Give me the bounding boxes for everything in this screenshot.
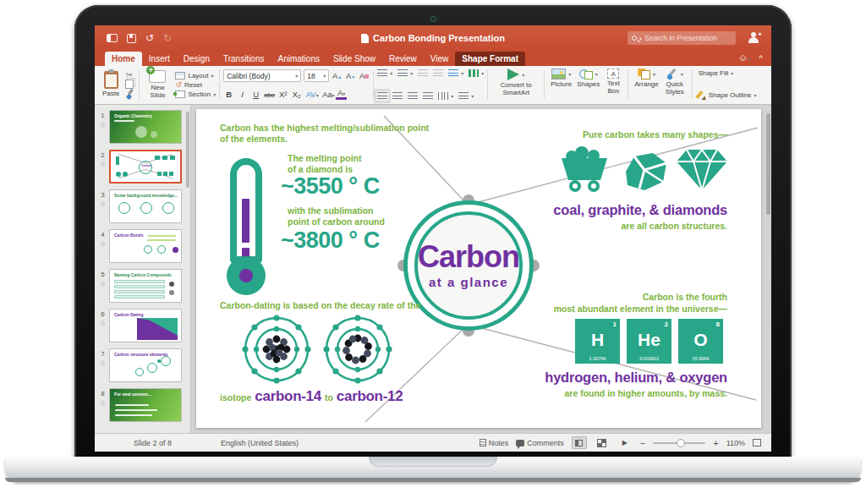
shapes-button[interactable]: ▾ Shapes	[574, 68, 602, 101]
change-case-button[interactable]: Aa▾	[322, 90, 333, 99]
tab-view[interactable]: View	[424, 52, 456, 66]
zoom-out-button[interactable]: −	[640, 438, 645, 448]
zoom-level[interactable]: 110%	[726, 439, 745, 447]
thumbnail-slide-5[interactable]: 5☆ Naming Carbon Compounds	[96, 269, 187, 303]
new-slide-button[interactable]: New Slide	[143, 69, 172, 101]
paste-button[interactable]: Paste	[100, 70, 122, 99]
thumbnail-slide-8[interactable]: 8☆ For next session...	[96, 388, 187, 422]
thumb-title: For next session...	[114, 392, 151, 397]
align-right-button[interactable]	[408, 92, 418, 100]
thumbnail-slide-6[interactable]: 6☆ Carbon Dating	[96, 309, 187, 342]
share-button[interactable]: +	[748, 32, 759, 43]
font-name-select[interactable]: Calibri (Body)▾	[223, 69, 301, 82]
tab-insert[interactable]: Insert	[142, 52, 177, 66]
slides-group: New Slide Layout▾ ↺Reset Section▾	[143, 68, 216, 101]
paragraph-group: ▾ ▾ ▾ ▾ ▾ ▾	[377, 68, 484, 101]
search-input[interactable]: ▾ Search in Presentation	[628, 31, 736, 45]
isotope-carbon-12: carbon-12	[337, 388, 403, 405]
zoom-slider[interactable]	[653, 442, 705, 444]
decrease-indent-button[interactable]	[418, 69, 428, 77]
thumbnail-slide-3[interactable]: 3☆ Some background knowledge...	[96, 189, 187, 223]
text-direction-button[interactable]: ▾	[438, 92, 453, 100]
element-symbol: O	[678, 330, 723, 350]
feedback-smiley-icon[interactable]: ☺▾	[738, 52, 750, 63]
collapse-ribbon-icon[interactable]: ^	[759, 54, 763, 62]
tab-review[interactable]: Review	[382, 52, 424, 66]
align-left-button[interactable]	[377, 92, 387, 100]
tab-transitions[interactable]: Transitions	[216, 52, 271, 66]
thumbnail-slide-7[interactable]: 7☆ Carbon structure elements	[96, 348, 187, 382]
element-symbol: H	[575, 330, 620, 350]
tab-animations[interactable]: Animations	[271, 52, 326, 66]
superscript-button[interactable]: X²	[277, 90, 288, 99]
shape-fill-button[interactable]: Shape Fill▾	[696, 69, 757, 77]
underline-button[interactable]: U	[250, 90, 261, 99]
element-tile-hydrogen: 1 H 1.00794	[575, 319, 620, 364]
clipboard-group: Paste ✂	[100, 68, 135, 101]
tab-shape-format[interactable]: Shape Format	[455, 52, 525, 66]
normal-view-icon	[575, 440, 583, 446]
clear-formatting-button[interactable]: A	[359, 71, 370, 80]
picture-button[interactable]: ▾ Picture	[548, 68, 574, 101]
text-box-button[interactable]: A Text Box	[602, 68, 624, 101]
bullets-button[interactable]: ▾	[377, 69, 392, 77]
zoom-slider-knob[interactable]	[677, 439, 685, 447]
slide-editor[interactable]: Carbon at a glance Carbon has the highes…	[196, 109, 761, 428]
character-spacing-button[interactable]: AV▾	[304, 90, 320, 99]
columns-button[interactable]: ▾	[469, 69, 484, 77]
cut-icon[interactable]: ✂	[125, 71, 135, 79]
align-text-button[interactable]: ▾	[458, 92, 474, 100]
layout-button[interactable]: Layout▾	[175, 72, 216, 79]
thumb-title: Carbon	[141, 164, 151, 167]
shape-outline-button[interactable]: Shape Outline▾	[696, 90, 757, 100]
shrink-font-button[interactable]: A▼	[345, 71, 356, 80]
grow-font-button[interactable]: A▲	[332, 71, 343, 80]
smartart-icon	[507, 68, 519, 80]
notes-button[interactable]: Notes	[480, 439, 509, 447]
atomic-mass: 4.002602	[627, 356, 671, 361]
fit-to-window-icon[interactable]	[753, 439, 761, 446]
line-spacing-button[interactable]: ▾	[448, 69, 463, 77]
format-painter-icon[interactable]	[125, 89, 135, 99]
animation-star-icon: ☆	[100, 320, 106, 327]
subscript-button[interactable]: X₂	[291, 90, 302, 99]
reset-button[interactable]: ↺Reset	[175, 81, 216, 89]
strikethrough-button[interactable]: abc	[264, 90, 275, 99]
thumbnail-slide-4[interactable]: 4☆ Carbon Bonds	[96, 229, 187, 263]
tab-slide-show[interactable]: Slide Show	[326, 52, 382, 66]
copy-icon[interactable]	[125, 79, 134, 89]
zoom-in-button[interactable]: +	[713, 438, 718, 448]
slideshow-view-button[interactable]: ▶	[617, 436, 633, 449]
element-tile-helium: 2 He 4.002602	[627, 319, 671, 364]
comments-button[interactable]: Comments	[516, 439, 564, 447]
canvas-scrollbar[interactable]	[766, 113, 770, 215]
arrange-button[interactable]: ▾ Arrange	[632, 68, 660, 101]
thumb-title: Some background knowledge...	[114, 193, 178, 198]
slide-title: Carbon	[418, 242, 519, 272]
thumbnail-slide-1[interactable]: 1☆ Organic Chemistry	[96, 110, 187, 144]
section-button[interactable]: Section▾	[175, 90, 216, 98]
numbering-button[interactable]: ▾	[397, 69, 413, 77]
normal-view-button[interactable]	[572, 436, 587, 449]
slide-number: 7	[101, 350, 104, 358]
quick-styles-button[interactable]: ▾ Quick Styles	[661, 68, 688, 101]
search-placeholder: Search in Presentation	[644, 34, 717, 42]
bold-button[interactable]: B	[223, 90, 234, 99]
slide-sorter-view-button[interactable]	[595, 436, 610, 449]
abundance-intro-line2: most abundant element in the universe—	[507, 304, 727, 315]
thumbnail-scrollbar[interactable]	[186, 112, 189, 188]
justify-button[interactable]	[423, 92, 433, 100]
thumbnail-slide-2-selected[interactable]: 2☆ Carbon	[96, 150, 187, 184]
animation-star-icon: ☆	[100, 359, 106, 367]
font-color-button[interactable]: A▾	[336, 88, 347, 100]
font-size-select[interactable]: 18▾	[304, 69, 329, 82]
italic-button[interactable]: I	[237, 90, 248, 99]
laptop-base-notch	[369, 457, 497, 467]
align-center-button[interactable]	[392, 92, 403, 100]
tab-design[interactable]: Design	[177, 52, 216, 66]
increase-indent-button[interactable]	[433, 69, 443, 77]
shapes-icon	[579, 68, 593, 79]
convert-smartart-button[interactable]: ▾ Convert to SmartArt	[491, 68, 540, 101]
tab-home[interactable]: Home	[105, 52, 142, 66]
language-indicator[interactable]: English (United States)	[221, 439, 299, 447]
